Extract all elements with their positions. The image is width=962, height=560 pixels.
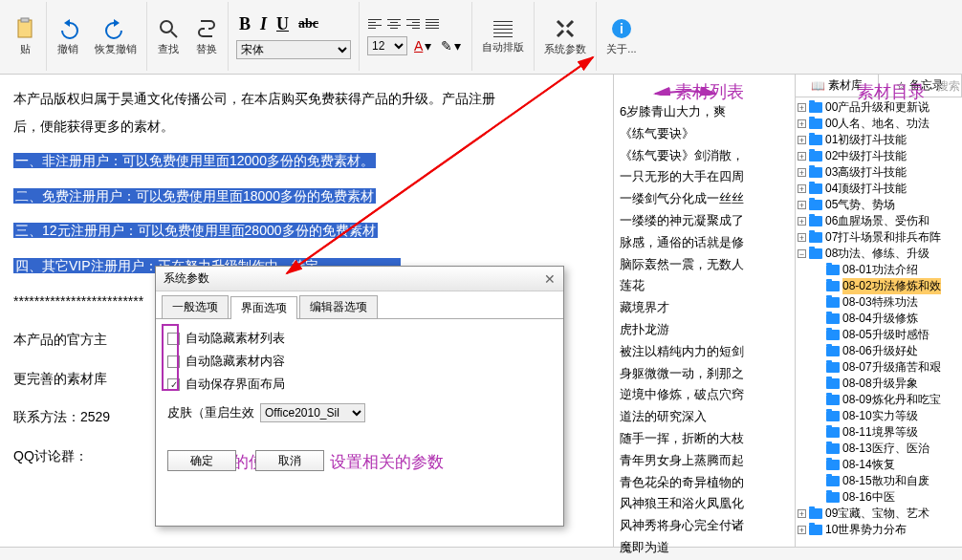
tree-row[interactable]: +07打斗场景和排兵布阵	[798, 229, 960, 246]
tree-row[interactable]: 08-05升级时感悟	[798, 327, 960, 343]
tree-row[interactable]: 08-01功法介绍	[798, 262, 960, 278]
editor-line: 本产品的官方主	[13, 332, 107, 347]
undo-button[interactable]: 撤销	[51, 15, 85, 58]
find-label: 查找	[158, 42, 179, 56]
font-color-button[interactable]: A▾	[411, 38, 434, 54]
expand-icon[interactable]: +	[798, 184, 806, 193]
expand-icon[interactable]: +	[798, 136, 806, 144]
tab-editor[interactable]: 编辑器选项	[299, 295, 378, 318]
expand-icon[interactable]: +	[798, 119, 806, 128]
list-item[interactable]: 藏境界才	[614, 297, 795, 319]
underline-button[interactable]: U	[273, 14, 292, 34]
material-list[interactable]: 6岁膝青山大力，爽《练气要诀》《练气要诀》剑消散，一只无形的大手在四周一缕剑气分…	[614, 75, 795, 560]
list-item[interactable]: 一缕剑气分化成一丝丝	[614, 188, 795, 210]
tree-row[interactable]: 08-10实力等级	[798, 408, 960, 424]
tab-general[interactable]: 一般选项	[162, 295, 229, 318]
italic-button[interactable]: I	[257, 14, 270, 34]
tree-row[interactable]: +03高级打斗技能	[798, 164, 960, 181]
skin-select[interactable]: Office2010_Sil	[260, 403, 365, 422]
tree-row[interactable]: +01初级打斗技能	[798, 132, 960, 148]
expand-icon[interactable]: −	[798, 249, 806, 258]
paste-button[interactable]: 贴	[8, 15, 42, 58]
tree-row[interactable]: 08-03特殊功法	[798, 294, 960, 311]
checkbox-hide-list[interactable]	[167, 333, 180, 345]
cancel-button[interactable]: 取消	[255, 450, 324, 471]
tree-label: 08-15散功和自废	[842, 473, 929, 489]
checkbox-hide-content[interactable]	[167, 355, 180, 368]
tree-row[interactable]: 08-15散功和自废	[798, 473, 960, 489]
close-icon[interactable]: ✕	[544, 271, 556, 287]
list-item[interactable]: 道法的研究深入	[614, 406, 795, 428]
tree-row[interactable]: 08-16中医	[798, 489, 960, 506]
expand-icon[interactable]: +	[798, 233, 806, 242]
align-center-button[interactable]	[386, 17, 402, 31]
align-right-button[interactable]	[405, 17, 421, 31]
list-item[interactable]: 身躯微微一动，刹那之	[614, 363, 795, 385]
search-placeholder[interactable]: 搜索	[937, 78, 960, 95]
about-button[interactable]: i 关于...	[601, 15, 642, 58]
expand-icon[interactable]: +	[798, 526, 806, 534]
dialog-titlebar[interactable]: 系统参数 ✕	[156, 267, 563, 291]
auto-layout-button[interactable]: 自动排版	[476, 17, 530, 56]
find-button[interactable]: 查找	[151, 15, 186, 58]
tree-row[interactable]: +10世界势力分布	[798, 522, 960, 538]
tree-row[interactable]: 08-14恢复	[798, 457, 960, 473]
list-item[interactable]: 魔即为道	[614, 537, 795, 559]
highlight-color-button[interactable]: ✎▾	[438, 38, 464, 54]
font-size-select[interactable]: 12	[367, 36, 407, 55]
list-item[interactable]: 逆境中修炼，破点穴窍	[614, 384, 795, 406]
tree-row[interactable]: 08-04升级修炼	[798, 311, 960, 327]
material-tree[interactable]: +00产品升级和更新说+00人名、地名、功法+01初级打斗技能+02中级打斗技能…	[796, 97, 962, 547]
tree-row[interactable]: 08-08升级异象	[798, 376, 960, 392]
list-item[interactable]: 一只无形的大手在四周	[614, 166, 795, 188]
list-item[interactable]: 被注以精纯内力的短剑	[614, 341, 795, 363]
list-item[interactable]: 《练气要诀》	[614, 123, 795, 145]
list-item[interactable]: 随手一挥，折断的大枝	[614, 428, 795, 450]
expand-icon[interactable]: +	[798, 509, 806, 518]
checkbox-save-layout[interactable]: ✓	[167, 378, 180, 391]
redo-button[interactable]: 恢复撤销	[89, 15, 142, 58]
list-item[interactable]: 风神狼王和浴火凤凰化	[614, 493, 795, 515]
tree-row[interactable]: 08-11境界等级	[798, 424, 960, 441]
list-item[interactable]: 风神秀将身心完全付诸	[614, 515, 795, 537]
tree-row[interactable]: 08-09炼化丹和吃宝	[798, 392, 960, 408]
folder-icon	[826, 443, 840, 454]
expand-icon[interactable]: +	[798, 201, 806, 209]
tree-label: 09宝藏、宝物、艺术	[825, 506, 929, 522]
expand-icon[interactable]: +	[798, 168, 806, 177]
align-justify-button[interactable]	[425, 17, 440, 31]
tree-row[interactable]: +05气势、势场	[798, 197, 960, 213]
list-item[interactable]: 《练气要诀》剑消散，	[614, 145, 795, 167]
list-item[interactable]: 虎扑龙游	[614, 319, 795, 341]
tree-row[interactable]: +09宝藏、宝物、艺术	[798, 506, 960, 522]
tree-row[interactable]: −08功法、修练、升级	[798, 246, 960, 262]
expand-icon[interactable]: +	[798, 217, 806, 226]
list-item[interactable]: 6岁膝青山大力，爽	[614, 101, 795, 123]
tree-row[interactable]: 08-02功法修炼和效	[798, 278, 960, 294]
tab-interface[interactable]: 界面选项	[230, 296, 297, 319]
tree-row[interactable]: +02中级打斗技能	[798, 148, 960, 164]
tree-row[interactable]: +04顶级打斗技能	[798, 181, 960, 197]
expand-icon[interactable]: +	[798, 103, 806, 112]
bold-button[interactable]: B	[236, 14, 253, 34]
list-item[interactable]: 脑际轰然一震，无数人	[614, 254, 795, 276]
expand-icon[interactable]: +	[798, 152, 806, 161]
list-item[interactable]: 青年男女身上蒸腾而起	[614, 450, 795, 472]
ok-button[interactable]: 确定	[167, 450, 236, 471]
list-item[interactable]: 一缕缕的神元凝聚成了	[614, 210, 795, 232]
align-left-button[interactable]	[367, 17, 383, 31]
tree-row[interactable]: +06血腥场景、受伤和	[798, 213, 960, 229]
svg-line-3	[171, 32, 177, 37]
font-family-select[interactable]: 宋体	[236, 40, 351, 59]
tree-row[interactable]: 08-13医疗、医治	[798, 441, 960, 457]
tree-row[interactable]: +00人名、地名、功法	[798, 116, 960, 132]
list-item[interactable]: 莲花	[614, 275, 795, 297]
strike-button[interactable]: abc	[295, 16, 321, 32]
list-item[interactable]: 青色花朵的奇异植物的	[614, 472, 795, 494]
folder-icon	[826, 330, 840, 340]
tree-row[interactable]: 08-06升级好处	[798, 343, 960, 359]
system-params-button[interactable]: 系统参数	[538, 15, 592, 58]
replace-button[interactable]: 替换	[189, 15, 224, 58]
tree-row[interactable]: 08-07升级痛苦和艰	[798, 359, 960, 376]
list-item[interactable]: 脉感，通俗的话就是修	[614, 232, 795, 254]
